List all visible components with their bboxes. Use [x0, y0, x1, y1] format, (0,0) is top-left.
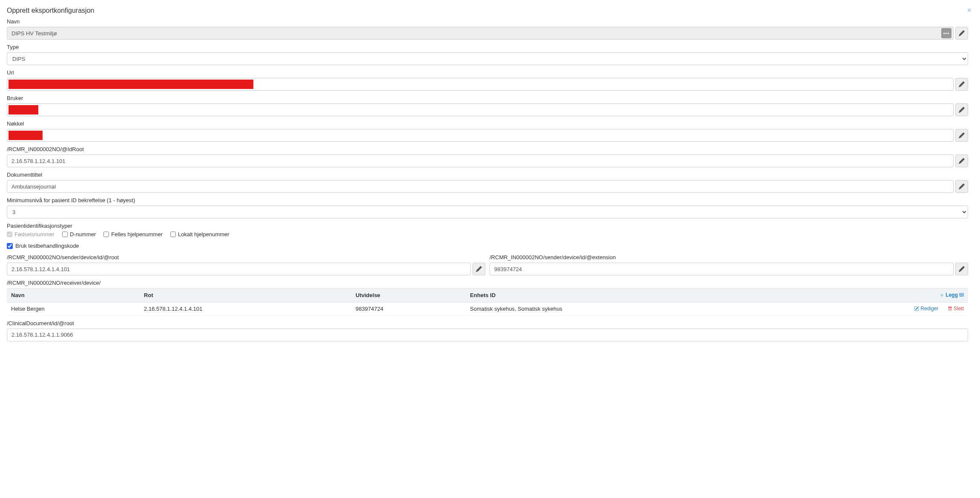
- input-navn-value: DIPS HV Testmiljø: [11, 30, 940, 37]
- pencil-icon: [959, 81, 965, 87]
- ellipsis-button[interactable]: •••: [941, 28, 951, 38]
- pencil-icon: [959, 158, 965, 164]
- cell-actions: Rediger Slett: [784, 302, 968, 315]
- label-idroot: /RCMR_IN000002NO/@IdRoot: [7, 146, 968, 152]
- redacted-block: [9, 80, 253, 89]
- edit-icon: [914, 306, 919, 311]
- checkbox-label-testbehandling: Bruk testbehandlingskode: [15, 243, 79, 249]
- checkbox-row-patientidtypes: Fødselsnummer D-nummer Felles hjelpenumm…: [7, 231, 968, 238]
- label-type: Type: [7, 44, 968, 50]
- th-enhetsid: Enhets ID: [466, 289, 784, 303]
- cell-rot: 2.16.578.1.12.4.1.4.101: [140, 302, 351, 315]
- label-receiver: /RCMR_IN000002NO/receiver/device/: [7, 280, 968, 286]
- pencil-icon: [959, 30, 965, 36]
- checkbox-input-testbehandling[interactable]: [7, 243, 13, 249]
- select-type[interactable]: DIPS: [7, 52, 968, 65]
- field-sender-root: /RCMR_IN000002NO/sender/device/id/@root: [7, 254, 485, 275]
- edit-sender-ext-button[interactable]: [955, 263, 968, 275]
- field-nokkel: Nøkkel: [7, 120, 968, 142]
- label-nokkel: Nøkkel: [7, 120, 968, 127]
- plus-icon: [940, 293, 944, 298]
- edit-idroot-button[interactable]: [955, 155, 968, 167]
- input-bruker[interactable]: [7, 103, 954, 116]
- label-bruker: Bruker: [7, 95, 968, 101]
- ellipsis-icon: •••: [943, 31, 950, 36]
- field-minnivaa: Minimumsnivå for pasient ID bekreftelse …: [7, 197, 968, 218]
- field-navn: Navn DIPS HV Testmiljø •••: [7, 18, 968, 40]
- edit-sender-root-button[interactable]: [473, 263, 485, 275]
- row-sender-device: /RCMR_IN000002NO/sender/device/id/@root …: [7, 254, 968, 280]
- label-minnivaa: Minimumsnivå for pasient ID bekreftelse …: [7, 197, 968, 203]
- checkbox-lokalthjelpenummer: Lokalt hjelpenummer: [170, 231, 229, 238]
- checkbox-dnummer: D-nummer: [62, 231, 96, 238]
- pencil-icon: [959, 183, 965, 189]
- checkbox-felleshjelpenummer: Felles hjelpenummer: [103, 231, 163, 238]
- edit-bruker-button[interactable]: [955, 103, 968, 116]
- label-url: Url: [7, 69, 968, 76]
- label-navn: Navn: [7, 18, 968, 25]
- trash-icon: [948, 306, 952, 311]
- pencil-icon: [959, 107, 965, 113]
- checkbox-input-dnummer[interactable]: [62, 232, 68, 237]
- input-url[interactable]: [7, 78, 954, 91]
- cell-utvidelse: 983974724: [351, 302, 466, 315]
- edit-label: Rediger: [920, 306, 938, 312]
- field-url: Url: [7, 69, 968, 91]
- pencil-icon: [476, 266, 482, 272]
- input-navn[interactable]: DIPS HV Testmiljø •••: [7, 27, 954, 40]
- edit-navn-button[interactable]: [955, 27, 968, 40]
- checkbox-label: D-nummer: [70, 231, 96, 238]
- redacted-block: [9, 105, 38, 114]
- pencil-icon: [959, 132, 965, 138]
- label-sender-root: /RCMR_IN000002NO/sender/device/id/@root: [7, 254, 485, 260]
- checkbox-testbehandling: Bruk testbehandlingskode: [7, 243, 968, 249]
- form-scroll-area[interactable]: Navn DIPS HV Testmiljø ••• Type DIPS Url: [7, 18, 973, 491]
- th-actions: Legg til: [784, 289, 968, 303]
- add-receiver-button[interactable]: Legg til: [940, 292, 964, 298]
- edit-nokkel-button[interactable]: [955, 129, 968, 142]
- checkbox-label: Lokalt hjelpenummer: [178, 231, 229, 238]
- checkbox-fodselsnummer: Fødselsnummer: [7, 231, 54, 238]
- field-patientidtypes: Pasientidentifikasjonstyper Fødselsnumme…: [7, 223, 968, 238]
- close-icon[interactable]: ×: [965, 6, 973, 15]
- add-label: Legg til: [946, 292, 964, 298]
- checkbox-label: Felles hjelpenummer: [111, 231, 163, 238]
- label-doktittel: Dokumenttittel: [7, 172, 968, 178]
- checkbox-input-lokalthjelpenummer[interactable]: [170, 232, 176, 237]
- th-utvidelse: Utvidelse: [351, 289, 466, 303]
- th-rot: Rot: [140, 289, 351, 303]
- input-sender-root[interactable]: [7, 263, 471, 275]
- input-idroot[interactable]: [7, 155, 954, 167]
- delete-label: Slett: [954, 306, 964, 312]
- select-minnivaa[interactable]: 3: [7, 206, 968, 218]
- input-nokkel[interactable]: [7, 129, 954, 142]
- field-bruker: Bruker: [7, 95, 968, 116]
- field-type: Type DIPS: [7, 44, 968, 65]
- edit-doktittel-button[interactable]: [955, 180, 968, 193]
- field-clindocroot: /ClinicalDocument/id/@root: [7, 320, 968, 341]
- input-sender-ext[interactable]: [490, 263, 954, 275]
- cell-navn: Helse Bergen: [7, 302, 140, 315]
- input-clindocroot[interactable]: [7, 329, 968, 341]
- input-doktittel[interactable]: [7, 180, 954, 193]
- delete-row-button[interactable]: Slett: [948, 306, 964, 312]
- checkbox-label: Fødselsnummer: [14, 231, 54, 238]
- label-sender-ext: /RCMR_IN000002NO/sender/device/id/@exten…: [490, 254, 968, 260]
- edit-row-button[interactable]: Rediger: [914, 306, 938, 312]
- table-row: Helse Bergen 2.16.578.1.12.4.1.4.101 983…: [7, 302, 968, 315]
- checkbox-input-felleshjelpenummer[interactable]: [103, 232, 109, 237]
- modal-title: Opprett eksportkonfigurasjon: [7, 7, 94, 14]
- modal-header: Opprett eksportkonfigurasjon ×: [7, 4, 973, 18]
- redacted-block: [9, 131, 43, 140]
- label-clindocroot: /ClinicalDocument/id/@root: [7, 320, 968, 326]
- label-patientidtypes: Pasientidentifikasjonstyper: [7, 223, 968, 229]
- th-navn: Navn: [7, 289, 140, 303]
- cell-enhetsid: Somatisk sykehus, Somatisk sykehus: [466, 302, 784, 315]
- field-idroot: /RCMR_IN000002NO/@IdRoot: [7, 146, 968, 167]
- receiver-table: Navn Rot Utvidelse Enhets ID Legg til He…: [7, 288, 968, 316]
- table-header-row: Navn Rot Utvidelse Enhets ID Legg til: [7, 289, 968, 303]
- field-sender-ext: /RCMR_IN000002NO/sender/device/id/@exten…: [490, 254, 968, 275]
- checkbox-input-fodselsnummer: [7, 232, 12, 237]
- edit-url-button[interactable]: [955, 78, 968, 91]
- field-doktittel: Dokumenttittel: [7, 172, 968, 193]
